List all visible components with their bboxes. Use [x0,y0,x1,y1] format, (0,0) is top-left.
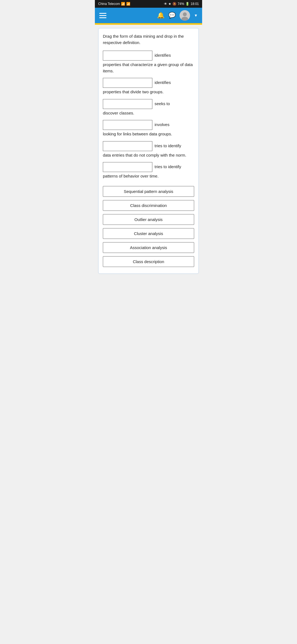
option-outlier-analysis[interactable]: Outlier analysis [103,214,194,225]
definition-item-3: seeks to discover classes. [103,99,194,116]
nav-icons: 🔔 💬 ▼ [157,10,198,21]
definition-text-6: patterns of behavior over time. [103,173,194,179]
silent-icon: 🔕 [172,2,177,6]
drop-suffix-2: identifies [155,78,171,86]
drop-row-1: identifies [103,51,194,61]
definition-item-1: identifies properties that characterize … [103,51,194,74]
definition-text-1: properties that characterize a given gro… [103,62,194,74]
options-section: Sequential pattern analysis Class discri… [103,186,194,267]
instructions-text: Drag the form of data mining and drop in… [103,33,194,46]
definition-item-6: tries to identify patterns of behavior o… [103,162,194,179]
dropdown-arrow-icon[interactable]: ▼ [194,13,198,18]
menu-button[interactable] [99,13,106,18]
drop-zone-3[interactable] [103,99,152,109]
battery-text: 74% [178,2,184,6]
main-content: Drag the form of data mining and drop in… [95,25,202,277]
content-card: Drag the form of data mining and drop in… [98,28,199,274]
drop-suffix-4: involves [155,120,169,128]
drop-zone-2[interactable] [103,78,152,88]
status-bar: China Telecom 📶 📶 👁 ★ 🔕 74% 🔋 18:01 [95,0,202,8]
option-sequential-pattern-analysis[interactable]: Sequential pattern analysis [103,186,194,197]
drop-suffix-6: tries to identify [155,162,181,170]
drop-zone-5[interactable] [103,141,152,151]
definition-text-2: properties that divide two groups. [103,89,194,95]
drop-row-3: seeks to [103,99,194,109]
definition-item-2: identifies properties that divide two gr… [103,78,194,95]
definition-text-4: looking for links between data groups. [103,131,194,137]
drop-zone-6[interactable] [103,162,152,172]
menu-line-2 [99,15,106,16]
svg-point-1 [183,12,187,16]
nav-bar: 🔔 💬 ▼ [95,8,202,23]
drop-suffix-5: tries to identify [155,141,181,149]
drop-suffix-3: seeks to [155,99,170,107]
option-cluster-analysis[interactable]: Cluster analysis [103,228,194,239]
carrier-text: China Telecom [98,2,120,6]
drop-row-5: tries to identify [103,141,194,151]
definition-text-3: discover classes. [103,110,194,116]
drop-row-4: involves [103,120,194,130]
definition-item-4: involves looking for links between data … [103,120,194,137]
bell-icon[interactable]: 🔔 [157,12,164,19]
signal-icon: 📶 [121,2,125,6]
status-bar-left: China Telecom 📶 📶 [98,2,130,6]
definition-text-5: data entries that do not comply with the… [103,152,194,159]
bluetooth-icon: ★ [168,2,171,6]
time-text: 18:01 [191,2,199,6]
option-association-analysis[interactable]: Association analysis [103,242,194,253]
avatar[interactable] [180,10,190,21]
drop-zone-1[interactable] [103,51,152,61]
battery-icon: 🔋 [185,2,189,6]
drop-zone-4[interactable] [103,120,152,130]
status-bar-right: 👁 ★ 🔕 74% 🔋 18:01 [164,2,199,6]
chat-icon[interactable]: 💬 [168,12,176,19]
wifi-icon: 📶 [126,2,130,6]
drop-row-2: identifies [103,78,194,88]
option-class-description[interactable]: Class description [103,256,194,267]
menu-line-1 [99,13,106,14]
drop-suffix-1: identifies [155,51,171,59]
definition-item-5: tries to identify data entries that do n… [103,141,194,159]
option-class-discrimination[interactable]: Class discrimination [103,200,194,211]
drop-row-6: tries to identify [103,162,194,172]
eye-icon: 👁 [164,2,167,6]
menu-line-3 [99,17,106,18]
